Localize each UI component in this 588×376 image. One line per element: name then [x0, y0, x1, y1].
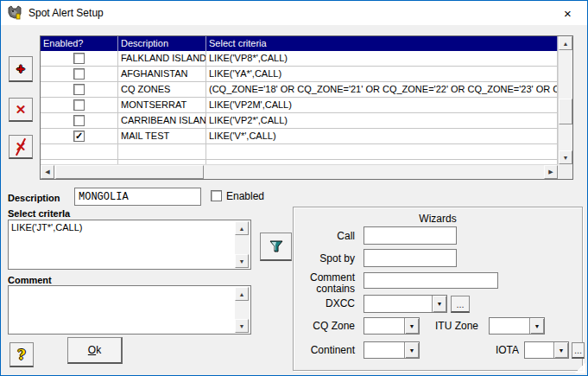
- continent-combobox[interactable]: ▼: [364, 341, 420, 359]
- iota-label: IOTA: [474, 345, 519, 356]
- plus-icon: +: [16, 61, 25, 78]
- scroll-down-icon[interactable]: ▼: [559, 150, 572, 164]
- help-icon: ?: [17, 347, 25, 363]
- alerts-grid-header: Enabled? Description Select criteria: [41, 36, 558, 51]
- vertical-scroll-thumb[interactable]: [559, 99, 572, 124]
- itu-zone-combobox[interactable]: ▼: [489, 317, 545, 335]
- dxcc-combobox[interactable]: ▼: [364, 295, 447, 313]
- select-criteria-label: Select criterIa: [8, 208, 70, 219]
- scroll-right-icon[interactable]: ▶: [544, 165, 558, 179]
- row-enabled-checkbox[interactable]: [73, 99, 85, 111]
- row-criteria: LIKE('VP8*',CALL): [206, 51, 558, 66]
- scroll-up-icon[interactable]: ▲: [559, 36, 572, 50]
- table-row[interactable]: AFGHANISTAN LIKE('YA*',CALL): [41, 67, 558, 82]
- row-enabled-checkbox[interactable]: ✓: [73, 131, 85, 142]
- close-button[interactable]: ×: [548, 1, 587, 25]
- row-criteria: LIKE('VP2M',CALL): [206, 98, 558, 112]
- row-criteria: LIKE('V*',CALL): [206, 129, 558, 143]
- description-label: Description: [8, 193, 60, 203]
- chevron-down-icon[interactable]: ▼: [529, 318, 544, 334]
- iota-combobox[interactable]: ▼: [524, 341, 569, 359]
- table-row[interactable]: CARRIBEAN ISLANDS LIKE('VP2*',CALL): [41, 113, 558, 129]
- title-bar[interactable]: Spot Alert Setup ×: [1, 1, 587, 25]
- cq-zone-label: CQ Zone: [301, 321, 355, 332]
- chevron-down-icon[interactable]: ▼: [553, 342, 568, 358]
- column-header-criteria: Select criteria: [206, 36, 558, 51]
- chevron-down-icon[interactable]: ▼: [404, 318, 419, 334]
- window-title: Spot Alert Setup: [28, 7, 104, 19]
- spot-by-label: Spot by: [301, 253, 355, 264]
- row-description: FALKLAND ISLANDS: [118, 51, 206, 66]
- column-header-description: Description: [118, 36, 206, 51]
- itu-zone-label: ITU Zone: [431, 321, 478, 332]
- row-enabled-checkbox[interactable]: [73, 53, 85, 64]
- delete-icon: ✕: [16, 102, 27, 118]
- row-description: CQ ZONES: [118, 82, 206, 97]
- delete-alert-button[interactable]: ✕: [9, 98, 33, 122]
- comment-scrollbar[interactable]: ▲ ▼: [235, 287, 250, 333]
- comment-contains-label: Comment contains: [298, 272, 355, 295]
- grid-horizontal-scrollbar[interactable]: ◀ ▶: [41, 164, 558, 179]
- continent-label: Continent: [298, 345, 355, 356]
- row-criteria: LIKE('VP2*',CALL): [206, 113, 558, 128]
- empty-row[interactable]: [41, 144, 558, 160]
- comment-label: Comment: [8, 275, 52, 285]
- scroll-up-icon[interactable]: ▲: [235, 221, 249, 235]
- row-enabled-checkbox[interactable]: [73, 115, 85, 126]
- test-filter-button[interactable]: [260, 233, 292, 261]
- row-enabled-checkbox[interactable]: [73, 68, 85, 80]
- alerts-grid-client: Enabled? Description Select criteria FAL…: [41, 36, 558, 164]
- row-description: CARRIBEAN ISLANDS: [118, 113, 206, 128]
- dxcc-browse-button[interactable]: ...: [451, 296, 470, 313]
- row-description: MONTSERRAT: [118, 98, 206, 112]
- comment-contains-input[interactable]: [364, 272, 498, 289]
- wizards-title: Wizards: [294, 213, 582, 225]
- enabled-label[interactable]: Enabled: [226, 190, 264, 202]
- criteria-scrollbar[interactable]: ▲ ▼: [235, 221, 250, 268]
- app-wolf-icon: [7, 5, 22, 21]
- table-row[interactable]: CQ ZONES (CQ_ZONE='18' OR CQ_ZONE='21' O…: [41, 82, 558, 98]
- filter-funnel-icon: [269, 239, 284, 254]
- spot-alert-setup-dialog: Spot Alert Setup × + ✕ ✕ Enabled? Descri…: [0, 0, 588, 376]
- scroll-down-icon[interactable]: ▼: [235, 319, 249, 333]
- alerts-grid: Enabled? Description Select criteria FAL…: [40, 35, 573, 180]
- iota-browse-button[interactable]: ...: [572, 342, 585, 359]
- help-button[interactable]: ?: [9, 342, 34, 367]
- description-input[interactable]: [74, 188, 201, 206]
- scroll-left-icon[interactable]: ◀: [41, 165, 54, 179]
- ok-button[interactable]: Ok: [67, 337, 123, 364]
- call-label: Call: [301, 231, 355, 242]
- chevron-down-icon[interactable]: ▼: [432, 296, 446, 312]
- scroll-up-icon[interactable]: ▲: [235, 287, 249, 301]
- horizontal-scroll-thumb[interactable]: [55, 165, 204, 179]
- row-criteria: LIKE('YA*',CALL): [206, 67, 558, 81]
- spot-by-input[interactable]: [364, 249, 457, 267]
- call-input[interactable]: [364, 226, 457, 245]
- table-row[interactable]: MONTSERRAT LIKE('VP2M',CALL): [41, 98, 558, 113]
- cq-zone-combobox[interactable]: ▼: [364, 317, 420, 335]
- row-description: AFGHANISTAN: [118, 67, 206, 81]
- column-header-enabled: Enabled?: [41, 36, 118, 51]
- chevron-down-icon[interactable]: ▼: [404, 342, 419, 358]
- table-row[interactable]: FALKLAND ISLANDS LIKE('VP8*',CALL): [41, 51, 558, 67]
- row-enabled-checkbox[interactable]: [73, 84, 85, 95]
- dxcc-label: DXCC: [301, 298, 355, 309]
- scrollbar-corner: [558, 164, 572, 179]
- comment-textarea[interactable]: ▲ ▼: [8, 285, 251, 335]
- select-criteria-textarea[interactable]: LIKE('JT*',CALL) ▲ ▼: [8, 220, 251, 270]
- delete-all-alerts-button[interactable]: ✕: [9, 135, 33, 159]
- row-description: MAIL TEST: [118, 129, 206, 143]
- scroll-down-icon[interactable]: ▼: [235, 254, 249, 268]
- grid-vertical-scrollbar[interactable]: ▲ ▼: [558, 36, 572, 164]
- row-criteria: (CQ_ZONE='18' OR CQ_ZONE='21' OR CQ_ZONE…: [206, 82, 558, 97]
- select-criteria-value: LIKE('JT*',CALL): [11, 222, 233, 233]
- add-alert-button[interactable]: +: [9, 56, 33, 82]
- enabled-checkbox[interactable]: [211, 190, 222, 201]
- table-row[interactable]: ✓ MAIL TEST LIKE('V*',CALL): [41, 129, 558, 144]
